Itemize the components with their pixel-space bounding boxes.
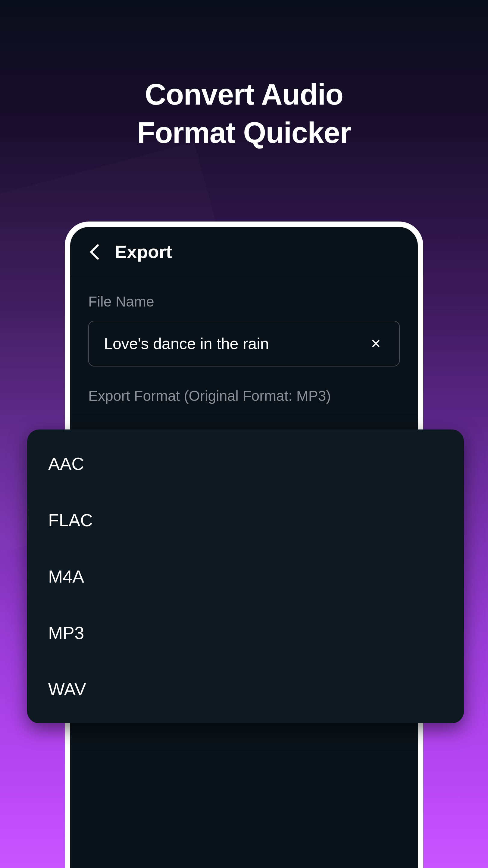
format-option-m4a[interactable]: M4A <box>27 548 464 604</box>
export-format-label: Export Format (Original Format: MP3) <box>88 388 400 404</box>
content-section: File Name Love's dance in the rain ✕ Exp… <box>70 275 418 404</box>
file-name-input[interactable]: Love's dance in the rain ✕ <box>88 321 400 367</box>
close-icon: ✕ <box>370 337 381 351</box>
format-option-mp3[interactable]: MP3 <box>27 604 464 661</box>
format-option-aac[interactable]: AAC <box>27 435 464 492</box>
clear-input-button[interactable]: ✕ <box>367 336 384 351</box>
marketing-title-line2: Format Quicker <box>0 114 488 152</box>
marketing-title: Convert Audio Format Quicker <box>0 75 488 152</box>
format-option-wav[interactable]: WAV <box>27 661 464 717</box>
file-name-value: Love's dance in the rain <box>104 335 269 352</box>
marketing-title-line1: Convert Audio <box>0 75 488 114</box>
page-title: Export <box>115 241 172 262</box>
file-name-label: File Name <box>88 293 400 310</box>
format-option-flac[interactable]: FLAC <box>27 492 464 548</box>
format-dropdown-panel: AAC FLAC M4A MP3 WAV <box>27 430 464 723</box>
back-button[interactable] <box>88 243 100 261</box>
chevron-left-icon <box>88 243 100 261</box>
app-header: Export <box>70 227 418 275</box>
